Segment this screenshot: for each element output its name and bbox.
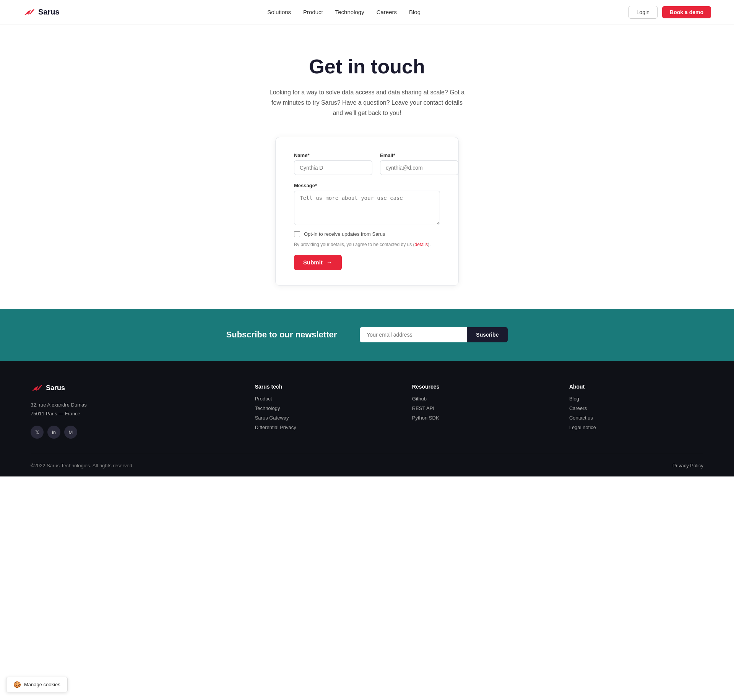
footer-col-about-title: About <box>569 384 703 390</box>
footer-brand: Sarus 32, rue Alexandre Dumas 75011 Pari… <box>31 384 232 439</box>
login-button[interactable]: Login <box>628 6 658 19</box>
submit-button[interactable]: Submit → <box>294 255 342 270</box>
footer-col-about: About Blog Careers Contact us Legal noti… <box>569 384 703 439</box>
footer-col-sarus-tech-title: Sarus tech <box>255 384 389 390</box>
name-input[interactable] <box>294 160 372 175</box>
footer-link-contact[interactable]: Contact us <box>569 415 703 421</box>
privacy-policy-link[interactable]: Privacy Policy <box>672 463 703 468</box>
nav-product[interactable]: Product <box>303 9 323 15</box>
email-input[interactable] <box>380 160 458 175</box>
privacy-text: By providing your details, you agree to … <box>294 242 440 247</box>
footer-col-resources: Resources Github REST API Python SDK <box>412 384 546 439</box>
navbar-actions: Login Book a demo <box>628 6 711 19</box>
name-field-group: Name* <box>294 152 372 175</box>
footer-copyright: ©2022 Sarus Technologies. All rights res… <box>31 463 134 468</box>
privacy-details-link[interactable]: details <box>415 242 428 247</box>
navbar-brand-text: Sarus <box>38 8 60 16</box>
optin-checkbox-row: Opt-in to receive updates from Sarus <box>294 231 440 237</box>
footer-link-technology[interactable]: Technology <box>255 405 389 411</box>
main-content: Get in touch Looking for a way to solve … <box>0 24 734 309</box>
footer-link-differential-privacy[interactable]: Differential Privacy <box>255 425 389 430</box>
book-demo-button[interactable]: Book a demo <box>662 6 711 18</box>
navbar-nav: Solutions Product Technology Careers Blo… <box>267 9 421 15</box>
footer-address: 32, rue Alexandre Dumas 75011 Paris — Fr… <box>31 400 232 418</box>
footer-logo-icon <box>31 384 43 393</box>
message-field-group: Message* <box>294 183 440 225</box>
footer-link-sarus-gateway[interactable]: Sarus Gateway <box>255 415 389 421</box>
footer-socials: 𝕏 in M <box>31 426 232 439</box>
newsletter-email-input[interactable] <box>360 327 467 342</box>
footer-top: Sarus 32, rue Alexandre Dumas 75011 Pari… <box>31 384 703 454</box>
optin-label: Opt-in to receive updates from Sarus <box>304 231 385 237</box>
footer-bottom: ©2022 Sarus Technologies. All rights res… <box>31 454 703 476</box>
nav-blog[interactable]: Blog <box>409 9 421 15</box>
nav-technology[interactable]: Technology <box>335 9 364 15</box>
message-label: Message* <box>294 183 440 188</box>
footer-privacy: Privacy Policy <box>672 462 703 469</box>
footer-logo: Sarus <box>31 384 232 393</box>
footer-col-resources-title: Resources <box>412 384 546 390</box>
nav-careers[interactable]: Careers <box>377 9 397 15</box>
optin-checkbox[interactable] <box>294 231 300 237</box>
linkedin-social-button[interactable]: in <box>47 426 60 439</box>
footer: Sarus 32, rue Alexandre Dumas 75011 Pari… <box>0 361 734 477</box>
subscribe-button[interactable]: Suscribe <box>467 327 508 342</box>
footer-link-legal[interactable]: Legal notice <box>569 425 703 430</box>
page-title: Get in touch <box>8 55 726 78</box>
footer-link-rest-api[interactable]: REST API <box>412 405 546 411</box>
contact-form-card: Name* Email* Message* Opt-in to receive … <box>275 137 459 286</box>
footer-link-github[interactable]: Github <box>412 396 546 402</box>
footer-brand-text: Sarus <box>46 384 65 392</box>
nav-solutions[interactable]: Solutions <box>267 9 291 15</box>
footer-link-python-sdk[interactable]: Python SDK <box>412 415 546 421</box>
arrow-icon: → <box>326 259 333 266</box>
footer-link-product[interactable]: Product <box>255 396 389 402</box>
navbar-logo[interactable]: Sarus <box>23 8 60 17</box>
footer-link-blog[interactable]: Blog <box>569 396 703 402</box>
message-textarea[interactable] <box>294 191 440 225</box>
newsletter-section: Subscribe to our newsletter Suscribe <box>0 309 734 361</box>
navbar: Sarus Solutions Product Technology Caree… <box>0 0 734 24</box>
form-name-email-row: Name* Email* <box>294 152 440 175</box>
logo-icon <box>23 8 35 17</box>
twitter-social-button[interactable]: 𝕏 <box>31 426 44 439</box>
email-label: Email* <box>380 152 458 158</box>
name-label: Name* <box>294 152 372 158</box>
newsletter-title: Subscribe to our newsletter <box>226 330 337 340</box>
page-subtitle: Looking for a way to solve data access a… <box>268 87 466 118</box>
footer-col-sarus-tech: Sarus tech Product Technology Sarus Gate… <box>255 384 389 439</box>
email-field-group: Email* <box>380 152 458 175</box>
newsletter-form: Suscribe <box>360 327 508 342</box>
medium-social-button[interactable]: M <box>64 426 77 439</box>
footer-link-careers[interactable]: Careers <box>569 405 703 411</box>
